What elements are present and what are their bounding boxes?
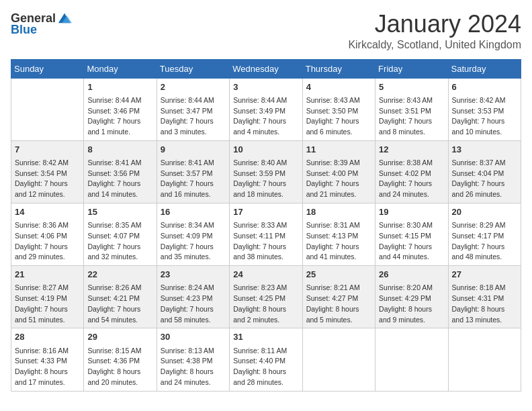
calendar-week-row: 28Sunrise: 8:16 AMSunset: 4:33 PMDayligh… <box>11 328 521 391</box>
calendar-cell <box>448 328 521 391</box>
day-info: Sunrise: 8:23 AMSunset: 4:25 PMDaylight:… <box>233 283 298 325</box>
day-number: 6 <box>452 81 517 93</box>
weekday-header-friday: Friday <box>375 59 448 78</box>
calendar-cell: 2Sunrise: 8:44 AMSunset: 3:47 PMDaylight… <box>157 78 229 140</box>
day-number: 30 <box>161 331 226 343</box>
logo-icon <box>57 11 72 26</box>
day-number: 15 <box>87 206 152 218</box>
calendar-cell: 30Sunrise: 8:13 AMSunset: 4:38 PMDayligh… <box>157 328 229 391</box>
day-info: Sunrise: 8:35 AMSunset: 4:07 PMDaylight:… <box>87 220 152 263</box>
calendar-cell <box>11 78 84 140</box>
day-info: Sunrise: 8:13 AMSunset: 4:38 PMDaylight:… <box>161 346 226 388</box>
calendar-cell: 11Sunrise: 8:39 AMSunset: 4:00 PMDayligh… <box>302 140 375 203</box>
day-info: Sunrise: 8:41 AMSunset: 3:57 PMDaylight:… <box>161 158 226 200</box>
day-info: Sunrise: 8:44 AMSunset: 3:47 PMDaylight:… <box>161 95 226 138</box>
title-area: January 2024 Kirkcaldy, Scotland, United… <box>348 11 521 51</box>
day-number: 26 <box>379 269 444 281</box>
day-number: 24 <box>233 269 298 281</box>
month-title: January 2024 <box>348 11 521 38</box>
day-info: Sunrise: 8:16 AMSunset: 4:33 PMDaylight:… <box>15 346 80 388</box>
day-info: Sunrise: 8:44 AMSunset: 3:46 PMDaylight:… <box>87 95 152 138</box>
calendar-cell <box>302 328 375 391</box>
calendar-week-row: 14Sunrise: 8:36 AMSunset: 4:06 PMDayligh… <box>11 203 521 265</box>
calendar-cell: 23Sunrise: 8:24 AMSunset: 4:23 PMDayligh… <box>157 266 229 328</box>
day-number: 17 <box>233 206 298 218</box>
day-info: Sunrise: 8:39 AMSunset: 4:00 PMDaylight:… <box>306 158 371 200</box>
day-number: 11 <box>306 144 371 156</box>
day-number: 5 <box>379 81 444 93</box>
calendar-cell: 25Sunrise: 8:21 AMSunset: 4:27 PMDayligh… <box>302 266 375 328</box>
weekday-header-row: SundayMondayTuesdayWednesdayThursdayFrid… <box>11 59 521 78</box>
calendar-cell: 12Sunrise: 8:38 AMSunset: 4:02 PMDayligh… <box>375 140 448 203</box>
calendar-cell: 8Sunrise: 8:41 AMSunset: 3:56 PMDaylight… <box>84 140 157 203</box>
day-info: Sunrise: 8:42 AMSunset: 3:53 PMDaylight:… <box>452 95 517 138</box>
calendar-cell: 1Sunrise: 8:44 AMSunset: 3:46 PMDaylight… <box>84 78 157 140</box>
day-info: Sunrise: 8:40 AMSunset: 3:59 PMDaylight:… <box>233 158 298 200</box>
day-info: Sunrise: 8:26 AMSunset: 4:21 PMDaylight:… <box>87 283 152 325</box>
day-number: 14 <box>15 206 80 218</box>
calendar-cell: 29Sunrise: 8:15 AMSunset: 4:36 PMDayligh… <box>84 328 157 391</box>
logo-blue-text: Blue <box>11 23 37 37</box>
day-number: 12 <box>379 144 444 156</box>
day-info: Sunrise: 8:43 AMSunset: 3:50 PMDaylight:… <box>306 95 371 138</box>
day-info: Sunrise: 8:11 AMSunset: 4:40 PMDaylight:… <box>233 346 298 388</box>
weekday-header-tuesday: Tuesday <box>157 59 229 78</box>
calendar-cell: 6Sunrise: 8:42 AMSunset: 3:53 PMDaylight… <box>448 78 521 140</box>
calendar-cell: 19Sunrise: 8:30 AMSunset: 4:15 PMDayligh… <box>375 203 448 265</box>
calendar-cell: 5Sunrise: 8:43 AMSunset: 3:51 PMDaylight… <box>375 78 448 140</box>
calendar-cell: 16Sunrise: 8:34 AMSunset: 4:09 PMDayligh… <box>157 203 229 265</box>
calendar-cell: 24Sunrise: 8:23 AMSunset: 4:25 PMDayligh… <box>230 266 302 328</box>
day-number: 1 <box>87 81 152 93</box>
day-number: 22 <box>87 269 152 281</box>
day-number: 20 <box>452 206 517 218</box>
calendar-cell: 10Sunrise: 8:40 AMSunset: 3:59 PMDayligh… <box>230 140 302 203</box>
day-info: Sunrise: 8:24 AMSunset: 4:23 PMDaylight:… <box>161 283 226 325</box>
day-number: 21 <box>15 269 80 281</box>
weekday-header-wednesday: Wednesday <box>230 59 302 78</box>
day-number: 25 <box>306 269 371 281</box>
logo: General Blue <box>11 11 72 37</box>
calendar-cell: 7Sunrise: 8:42 AMSunset: 3:54 PMDaylight… <box>11 140 84 203</box>
day-info: Sunrise: 8:37 AMSunset: 4:04 PMDaylight:… <box>452 158 517 200</box>
calendar-week-row: 21Sunrise: 8:27 AMSunset: 4:19 PMDayligh… <box>11 266 521 328</box>
calendar-cell: 17Sunrise: 8:33 AMSunset: 4:11 PMDayligh… <box>230 203 302 265</box>
weekday-header-thursday: Thursday <box>302 59 375 78</box>
day-number: 23 <box>161 269 226 281</box>
calendar-cell: 4Sunrise: 8:43 AMSunset: 3:50 PMDaylight… <box>302 78 375 140</box>
calendar-cell: 28Sunrise: 8:16 AMSunset: 4:33 PMDayligh… <box>11 328 84 391</box>
day-info: Sunrise: 8:42 AMSunset: 3:54 PMDaylight:… <box>15 158 80 200</box>
calendar-cell: 15Sunrise: 8:35 AMSunset: 4:07 PMDayligh… <box>84 203 157 265</box>
day-number: 19 <box>379 206 444 218</box>
weekday-header-saturday: Saturday <box>448 59 521 78</box>
weekday-header-monday: Monday <box>84 59 157 78</box>
day-info: Sunrise: 8:15 AMSunset: 4:36 PMDaylight:… <box>87 346 152 388</box>
day-info: Sunrise: 8:21 AMSunset: 4:27 PMDaylight:… <box>306 283 371 325</box>
day-number: 7 <box>15 144 80 156</box>
day-number: 31 <box>233 331 298 343</box>
calendar-cell: 18Sunrise: 8:31 AMSunset: 4:13 PMDayligh… <box>302 203 375 265</box>
calendar-table: SundayMondayTuesdayWednesdayThursdayFrid… <box>11 59 521 392</box>
day-number: 8 <box>87 144 152 156</box>
day-number: 28 <box>15 331 80 343</box>
day-info: Sunrise: 8:44 AMSunset: 3:49 PMDaylight:… <box>233 95 298 138</box>
calendar-week-row: 7Sunrise: 8:42 AMSunset: 3:54 PMDaylight… <box>11 140 521 203</box>
day-number: 4 <box>306 81 371 93</box>
day-info: Sunrise: 8:27 AMSunset: 4:19 PMDaylight:… <box>15 283 80 325</box>
day-info: Sunrise: 8:34 AMSunset: 4:09 PMDaylight:… <box>161 220 226 263</box>
weekday-header-sunday: Sunday <box>11 59 84 78</box>
day-info: Sunrise: 8:36 AMSunset: 4:06 PMDaylight:… <box>15 220 80 263</box>
day-info: Sunrise: 8:43 AMSunset: 3:51 PMDaylight:… <box>379 95 444 138</box>
location-title: Kirkcaldy, Scotland, United Kingdom <box>348 39 521 51</box>
day-number: 3 <box>233 81 298 93</box>
calendar-cell: 27Sunrise: 8:18 AMSunset: 4:31 PMDayligh… <box>448 266 521 328</box>
day-info: Sunrise: 8:38 AMSunset: 4:02 PMDaylight:… <box>379 158 444 200</box>
page-header: General Blue January 2024 Kirkcaldy, Sco… <box>11 11 521 51</box>
calendar-cell: 22Sunrise: 8:26 AMSunset: 4:21 PMDayligh… <box>84 266 157 328</box>
day-number: 29 <box>87 331 152 343</box>
day-number: 9 <box>161 144 226 156</box>
day-info: Sunrise: 8:41 AMSunset: 3:56 PMDaylight:… <box>87 158 152 200</box>
calendar-cell: 20Sunrise: 8:29 AMSunset: 4:17 PMDayligh… <box>448 203 521 265</box>
day-number: 16 <box>161 206 226 218</box>
day-info: Sunrise: 8:29 AMSunset: 4:17 PMDaylight:… <box>452 220 517 263</box>
calendar-cell: 26Sunrise: 8:20 AMSunset: 4:29 PMDayligh… <box>375 266 448 328</box>
